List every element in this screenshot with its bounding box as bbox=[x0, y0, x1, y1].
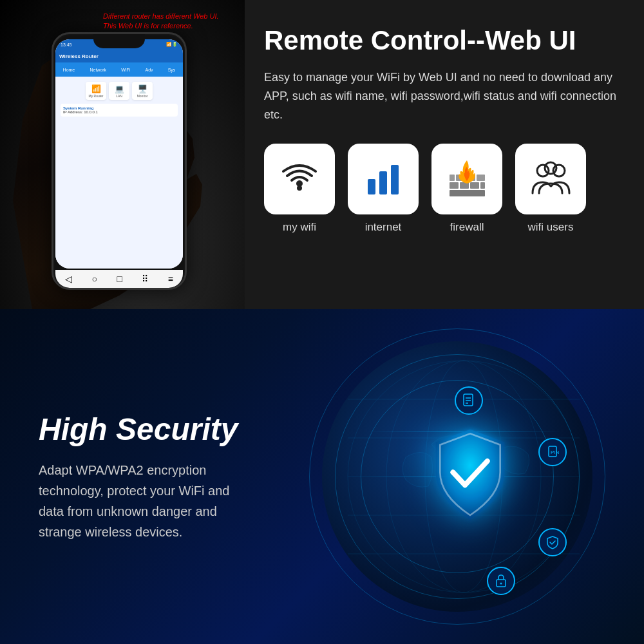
svg-point-0 bbox=[297, 185, 302, 191]
svg-rect-2 bbox=[379, 171, 387, 194]
svg-rect-11 bbox=[477, 175, 485, 181]
main-title: Remote Control--Web UI bbox=[264, 26, 618, 55]
phone-device-row: 📶 My Router 💻 LAN 🖥️ Monitor bbox=[61, 82, 178, 100]
pin-icon: PIN bbox=[545, 445, 560, 459]
my-wifi-label: my wifi bbox=[283, 221, 316, 234]
internet-label: internet bbox=[365, 221, 402, 234]
wifi-users-icon-box bbox=[515, 144, 586, 214]
wifi-icon bbox=[280, 160, 319, 198]
firewall-icon-box bbox=[431, 144, 502, 214]
phone-content-area: 📶 My Router 💻 LAN 🖥️ Monitor bbox=[55, 77, 183, 269]
feature-firewall: firewall bbox=[431, 144, 502, 234]
phone-side: Different router has different Web UI. T… bbox=[0, 0, 245, 309]
phone-monitor-icon: 🖥️ Monitor bbox=[132, 82, 153, 100]
svg-point-31 bbox=[500, 583, 502, 585]
orbit-icon-shield-small bbox=[538, 528, 567, 556]
orbit-icon-document bbox=[455, 386, 483, 415]
globe-container: PIN bbox=[270, 309, 644, 644]
shield-center bbox=[425, 425, 515, 528]
phone-lan-icon: 💻 LAN bbox=[109, 82, 129, 100]
bar-chart-icon bbox=[364, 160, 402, 198]
bottom-section: High Security Adapt WPA/WPA2 encryption … bbox=[0, 309, 644, 644]
shield-svg bbox=[425, 425, 515, 528]
main-description: Easy to manage your WiFi by Web UI and n… bbox=[264, 68, 618, 124]
phone-bottom-bar: ◁ ○ □ ⠿ ≡ bbox=[55, 270, 183, 288]
disclaimer-note: Different router has different Web UI. T… bbox=[103, 12, 219, 32]
phone-system-info: System Running IP Address: 10.0.0.1 bbox=[61, 104, 178, 117]
svg-rect-12 bbox=[450, 190, 485, 196]
phone-screen: 13:45 📶🔋 Wireless Router Home Network Wi… bbox=[55, 39, 183, 269]
orbit-icon-pin: PIN bbox=[538, 438, 567, 466]
internet-icon-box bbox=[348, 144, 419, 214]
svg-rect-24 bbox=[464, 394, 473, 406]
firewall-label: firewall bbox=[450, 221, 484, 234]
phone-notch bbox=[93, 34, 145, 48]
top-section: Different router has different Web UI. T… bbox=[0, 0, 644, 309]
phone-mockup: 13:45 📶🔋 Wireless Router Home Network Wi… bbox=[52, 32, 187, 290]
security-description: Adapt WPA/WPA2 encryption technology, pr… bbox=[39, 460, 238, 542]
content-side: Remote Control--Web UI Easy to manage yo… bbox=[245, 0, 644, 309]
my-wifi-icon-box bbox=[264, 144, 335, 214]
users-icon bbox=[530, 158, 572, 200]
document-icon bbox=[462, 393, 476, 408]
phone-app-header: Wireless Router bbox=[55, 50, 183, 62]
feature-internet: internet bbox=[348, 144, 419, 234]
security-title: High Security bbox=[39, 412, 238, 447]
orbit-icon-lock bbox=[487, 567, 515, 595]
svg-rect-8 bbox=[450, 175, 455, 181]
svg-rect-3 bbox=[391, 165, 399, 194]
shield-small-icon bbox=[545, 535, 560, 549]
svg-point-13 bbox=[537, 165, 549, 176]
svg-rect-1 bbox=[368, 179, 375, 194]
feature-wifi-users: wifi users bbox=[515, 144, 586, 234]
firewall-icon bbox=[446, 158, 488, 200]
bottom-text-area: High Security Adapt WPA/WPA2 encryption … bbox=[0, 373, 277, 581]
svg-rect-4 bbox=[450, 182, 459, 189]
features-row: my wifi internet bbox=[264, 144, 618, 234]
phone-nav-bar: Home Network WiFi Adv Sys bbox=[55, 62, 183, 77]
feature-my-wifi: my wifi bbox=[264, 144, 335, 234]
svg-rect-7 bbox=[480, 182, 485, 189]
lock-icon bbox=[494, 574, 508, 588]
svg-rect-6 bbox=[470, 182, 479, 189]
svg-text:PIN: PIN bbox=[551, 450, 560, 455]
wifi-users-label: wifi users bbox=[528, 221, 574, 234]
phone-my-router-icon: 📶 My Router bbox=[86, 82, 106, 100]
